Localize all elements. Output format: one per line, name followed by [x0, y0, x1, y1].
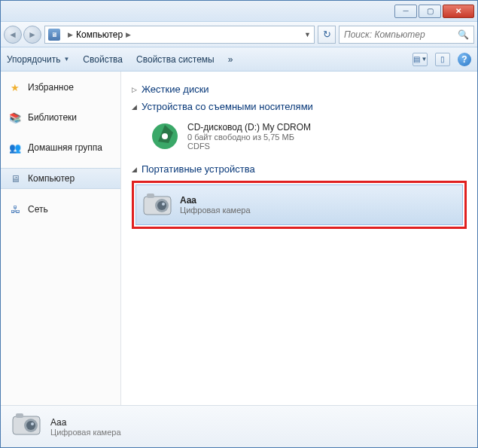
refresh-button[interactable]: ↻	[318, 26, 336, 44]
svg-rect-3	[147, 194, 154, 198]
content-pane: ▷ Жесткие диски ◢ Устройства со съемными…	[121, 72, 477, 405]
group-portable[interactable]: ◢ Портативные устройства	[132, 163, 467, 175]
sidebar-label: Библиотеки	[28, 112, 77, 123]
close-button[interactable]: ✕	[443, 5, 474, 18]
details-name: Aaa	[50, 417, 121, 428]
item-type: Цифровая камера	[180, 206, 251, 215]
sidebar: ★ Избранное 📚 Библиотеки 👥 Домашняя груп…	[1, 72, 121, 405]
svg-rect-8	[16, 413, 23, 418]
svg-point-5	[157, 201, 166, 210]
collapse-icon: ◢	[132, 103, 137, 111]
organize-label: Упорядочить	[7, 54, 60, 65]
toolbar-overflow[interactable]: »	[228, 54, 233, 65]
nav-arrows: ◄ ►	[4, 26, 41, 44]
details-text: Aaa Цифровая камера	[50, 417, 121, 437]
item-text: CD-дисковод (D:) My CDROM 0 байт свободн…	[187, 122, 311, 151]
minimize-button[interactable]: ─	[394, 5, 417, 18]
item-text: Aaa Цифровая камера	[180, 195, 251, 215]
help-button[interactable]: ?	[458, 53, 471, 66]
sidebar-network[interactable]: 🖧 Сеть	[1, 200, 120, 219]
overflow-label: »	[228, 54, 233, 65]
computer-icon: 🖥	[8, 172, 22, 184]
camera-icon	[142, 190, 172, 220]
libraries-icon: 📚	[8, 111, 22, 123]
item-name: CD-дисковод (D:) My CDROM	[187, 122, 311, 133]
svg-point-11	[31, 422, 34, 425]
system-properties-button[interactable]: Свойства системы	[136, 54, 215, 65]
breadcrumb-sep-icon: ▶	[126, 31, 131, 38]
svg-point-1	[162, 133, 168, 139]
homegroup-icon: 👥	[8, 142, 22, 154]
item-name: Aaa	[180, 195, 251, 206]
group-hard-drives[interactable]: ▷ Жесткие диски	[132, 84, 467, 95]
sidebar-homegroup[interactable]: 👥 Домашняя группа	[1, 138, 120, 157]
highlight-annotation: Aaa Цифровая камера	[132, 181, 467, 229]
dropdown-icon: ▼	[63, 56, 69, 62]
properties-label: Свойства	[83, 54, 123, 65]
group-title: Жесткие диски	[142, 84, 209, 95]
sidebar-libraries[interactable]: 📚 Библиотеки	[1, 108, 120, 127]
sidebar-favorites[interactable]: ★ Избранное	[1, 78, 120, 97]
expand-icon: ▷	[132, 86, 137, 93]
sidebar-label: Компьютер	[28, 173, 75, 184]
camera-icon	[11, 412, 41, 442]
navbar: ◄ ► 🖥 ▶ Компьютер ▶ ▼ ↻ 🔍	[1, 22, 477, 47]
breadcrumb-sep-icon: ▶	[68, 31, 73, 38]
search-icon: 🔍	[458, 29, 469, 40]
group-title: Устройства со съемными носителями	[142, 101, 313, 112]
body: ★ Избранное 📚 Библиотеки 👥 Домашняя груп…	[1, 72, 477, 405]
address-bar[interactable]: 🖥 ▶ Компьютер ▶ ▼	[44, 26, 315, 44]
star-icon: ★	[8, 81, 22, 93]
dropdown-icon[interactable]: ▼	[304, 31, 311, 38]
item-cdrom[interactable]: CD-дисковод (D:) My CDROM 0 байт свободн…	[132, 118, 467, 159]
details-type: Цифровая камера	[50, 428, 121, 437]
collapse-icon: ◢	[132, 166, 137, 173]
breadcrumb-location[interactable]: Компьютер	[76, 29, 123, 40]
system-properties-label: Свойства системы	[136, 54, 215, 65]
properties-button[interactable]: Свойства	[83, 54, 123, 65]
back-button[interactable]: ◄	[4, 26, 22, 44]
item-filesystem: CDFS	[187, 142, 311, 151]
sidebar-label: Избранное	[28, 82, 74, 93]
details-pane: Aaa Цифровая камера	[1, 405, 477, 447]
computer-icon: 🖥	[48, 29, 60, 41]
maximize-button[interactable]: ▢	[419, 5, 441, 18]
group-removable[interactable]: ◢ Устройства со съемными носителями	[132, 101, 467, 112]
preview-pane-button[interactable]: ▯	[435, 53, 450, 66]
search-input[interactable]	[344, 29, 455, 40]
sidebar-label: Домашняя группа	[28, 142, 102, 153]
sidebar-computer[interactable]: 🖥 Компьютер	[1, 168, 120, 189]
disc-icon	[150, 121, 180, 151]
svg-point-6	[162, 203, 165, 206]
sidebar-label: Сеть	[28, 204, 48, 215]
group-title: Портативные устройства	[142, 163, 255, 175]
toolbar: Упорядочить ▼ Свойства Свойства системы …	[1, 47, 477, 72]
organize-menu[interactable]: Упорядочить ▼	[7, 54, 69, 65]
explorer-window: ─ ▢ ✕ ◄ ► 🖥 ▶ Компьютер ▶ ▼ ↻ 🔍 Упорядоч…	[0, 0, 478, 448]
titlebar: ─ ▢ ✕	[1, 1, 477, 22]
item-free-space: 0 байт свободно из 5,75 МБ	[187, 133, 311, 142]
item-camera[interactable]: Aaa Цифровая камера	[135, 184, 463, 225]
network-icon: 🖧	[8, 203, 22, 215]
forward-button[interactable]: ►	[23, 26, 41, 44]
search-box[interactable]: 🔍	[339, 26, 474, 44]
view-options-button[interactable]: ▤▼	[413, 53, 428, 66]
svg-point-10	[26, 421, 35, 430]
